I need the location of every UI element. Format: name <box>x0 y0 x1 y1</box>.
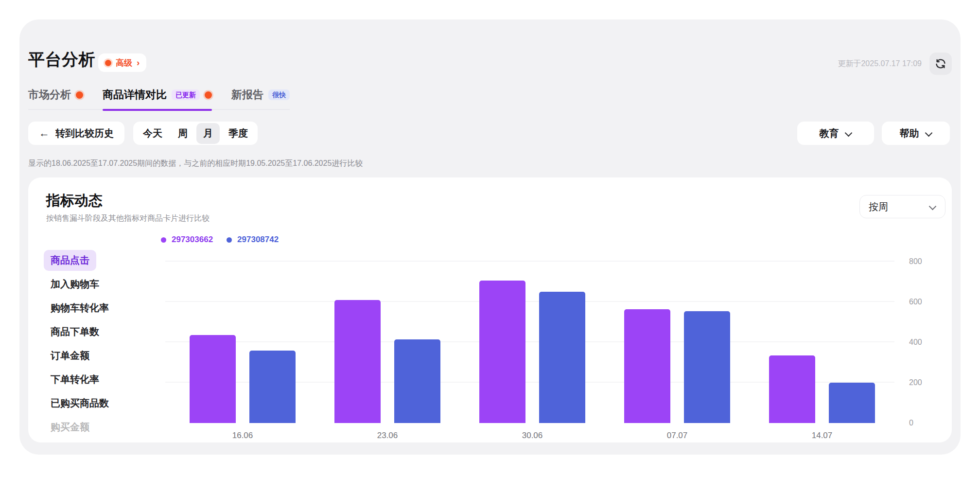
chart-legend: 297303662 297308742 <box>161 235 279 245</box>
bar-297303662-14.07[interactable] <box>769 355 815 423</box>
bar-297308742-23.06[interactable] <box>394 339 440 423</box>
metric-item-purchased-items[interactable]: 已购买商品数 <box>44 391 158 415</box>
legend-dot-icon <box>161 237 166 243</box>
education-label: 教育 <box>820 127 839 140</box>
chevron-right-icon: › <box>137 58 140 67</box>
x-axis-label-23.06: 23.06 <box>315 431 460 441</box>
period-option-month[interactable]: 月 <box>196 123 220 144</box>
toolbar: ← 转到比较历史 今天 周 月 季度 <box>28 122 258 145</box>
alert-dot-icon <box>105 60 111 66</box>
period-option-week[interactable]: 周 <box>171 123 194 144</box>
bar-group-30.06: 30.06 <box>460 262 605 423</box>
updated-badge: 已更新 <box>172 89 200 100</box>
chevron-down-icon <box>925 128 932 136</box>
alert-dot-icon <box>76 91 83 99</box>
metric-item-order-amount[interactable]: 订单金额 <box>44 344 158 368</box>
bar-297308742-30.06[interactable] <box>539 292 585 423</box>
metric-item-order-conversion[interactable]: 下单转化率 <box>44 368 158 391</box>
metric-list: 商品点击 加入购物车 购物车转化率 商品下单数 订单金额 下单转化率 已购买商品… <box>44 248 158 439</box>
period-segmented-control: 今天 周 月 季度 <box>133 122 258 145</box>
legend-label-series-1: 297303662 <box>172 235 213 245</box>
page-title: 平台分析 <box>28 49 95 71</box>
metric-item-add-to-cart[interactable]: 加入购物车 <box>44 272 158 296</box>
back-to-history-label: 转到比较历史 <box>55 127 114 140</box>
period-option-today[interactable]: 今天 <box>136 123 169 144</box>
y-axis-tick-600: 600 <box>909 298 922 306</box>
metric-item-product-clicks[interactable]: 商品点击 <box>44 248 158 272</box>
tab-new-report[interactable]: 新报告 很快 <box>231 88 290 102</box>
tab-product-detail-compare-label: 商品详情对比 <box>103 88 167 102</box>
premium-badge[interactable]: 高级 › <box>98 53 146 72</box>
bar-group-23.06: 23.06 <box>315 262 460 423</box>
soon-badge: 很快 <box>268 89 290 100</box>
bar-297303662-23.06[interactable] <box>334 300 381 423</box>
date-range-note: 显示的18.06.2025至17.07.2025期间的数据，与之前的相应时期19… <box>28 159 363 169</box>
metric-item-purchase-amount[interactable]: 购买金额 <box>44 415 158 439</box>
period-option-quarter[interactable]: 季度 <box>222 123 255 144</box>
back-to-history-button[interactable]: ← 转到比较历史 <box>28 122 124 145</box>
bar-297303662-16.06[interactable] <box>190 335 236 423</box>
metrics-dynamics-card: 指标动态 按销售漏斗阶段及其他指标对商品卡片进行比较 按周 297303662 … <box>28 177 952 442</box>
arrow-left-icon: ← <box>39 128 50 139</box>
alert-dot-icon <box>205 91 212 99</box>
y-axis-tick-800: 800 <box>909 257 922 266</box>
tab-market-analysis[interactable]: 市场分析 <box>28 88 83 102</box>
legend-item-series-1[interactable]: 297303662 <box>161 235 213 245</box>
bar-297308742-16.06[interactable] <box>249 351 296 423</box>
card-subtitle: 按销售漏斗阶段及其他指标对商品卡片进行比较 <box>46 213 210 224</box>
legend-item-series-2[interactable]: 297308742 <box>227 235 279 245</box>
bar-297303662-07.07[interactable] <box>624 309 670 423</box>
legend-label-series-2: 297308742 <box>237 235 279 245</box>
help-label: 帮助 <box>900 127 919 140</box>
premium-badge-label: 高级 <box>116 57 132 69</box>
x-axis-label-07.07: 07.07 <box>605 431 750 441</box>
refresh-button[interactable] <box>929 53 952 75</box>
legend-dot-icon <box>227 237 232 243</box>
bar-plot: 16.0623.0630.0607.0714.07 <box>170 262 894 423</box>
bar-297303662-30.06[interactable] <box>479 281 525 423</box>
last-updated-text: 更新于2025.07.17 17:09 <box>838 59 922 69</box>
platform-analytics-panel: 平台分析 高级 › 更新于2025.07.17 17:09 市场分析 商品详情对… <box>19 19 961 455</box>
x-axis-label-16.06: 16.06 <box>170 431 315 441</box>
education-dropdown-button[interactable]: 教育 <box>797 122 874 145</box>
bar-group-16.06: 16.06 <box>170 262 315 423</box>
bar-297308742-14.07[interactable] <box>829 383 875 423</box>
tab-bar: 市场分析 商品详情对比 已更新 新报告 很快 <box>28 88 290 110</box>
help-dropdown-button[interactable]: 帮助 <box>882 122 950 145</box>
y-axis-tick-200: 200 <box>909 378 922 387</box>
y-axis-tick-0: 0 <box>909 419 913 427</box>
metric-item-cart-conversion[interactable]: 购物车转化率 <box>44 296 158 320</box>
group-by-value: 按周 <box>869 200 888 213</box>
chevron-down-icon <box>845 128 852 136</box>
bar-297308742-07.07[interactable] <box>684 311 730 423</box>
refresh-icon <box>935 58 946 70</box>
bar-group-14.07: 14.07 <box>750 262 894 423</box>
x-axis-label-14.07: 14.07 <box>750 431 894 441</box>
bar-group-07.07: 07.07 <box>605 262 750 423</box>
y-axis-labels: 0200400600800 <box>909 177 938 442</box>
tab-market-analysis-label: 市场分析 <box>28 88 71 102</box>
metric-label: 商品点击 <box>44 250 96 271</box>
card-title: 指标动态 <box>46 191 103 211</box>
tab-product-detail-compare[interactable]: 商品详情对比 已更新 <box>103 88 212 102</box>
tab-new-report-label: 新报告 <box>231 88 263 102</box>
metric-item-orders[interactable]: 商品下单数 <box>44 320 158 344</box>
x-axis-label-30.06: 30.06 <box>460 431 605 441</box>
y-axis-tick-400: 400 <box>909 338 922 347</box>
